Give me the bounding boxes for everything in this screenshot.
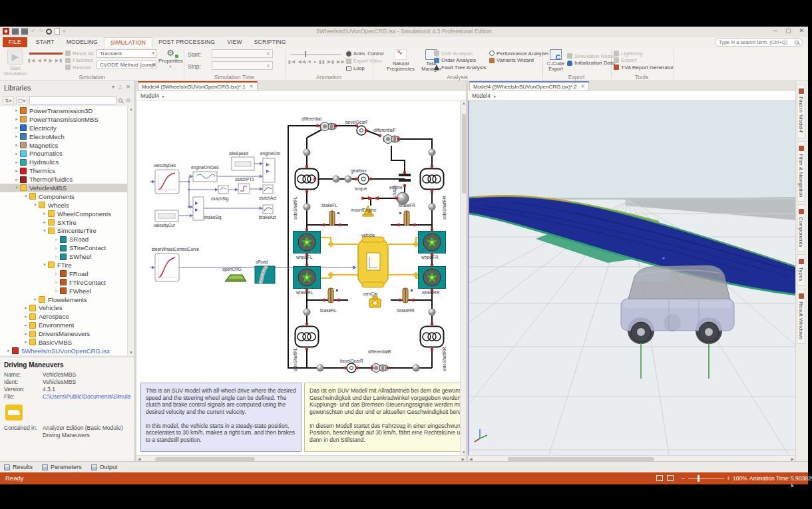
ribbon-small-item[interactable]: TVA Report Generator [614,64,674,71]
tree-row[interactable]: ▸ ElectroMech [0,132,128,141]
tree-row[interactable]: ▸ PowerTransmission3D [0,106,128,115]
stop-time-field[interactable]: s [212,61,273,70]
ribbon-small-item[interactable]: Loop [346,65,373,72]
find-icon[interactable] [118,98,122,102]
ribbon-small-item[interactable]: Anim. Control [346,50,373,57]
close-button[interactable]: ✕ [799,27,804,34]
tree-row[interactable]: ▾ VehiclesMBS [0,184,128,192]
ribbon-tab[interactable]: SIMULATION [104,37,152,47]
expander-icon[interactable]: ▹ [53,288,60,293]
expander-icon[interactable]: ▾ [32,202,39,208]
diagram-canvas[interactable]: differentialbevelGearFdifferentialFgearb… [136,100,460,455]
side-tab[interactable]: Find in 'Model4' [797,84,805,138]
expander-icon[interactable]: ▸ [13,168,20,174]
ribbon-tab[interactable]: POST PROCESSING [152,37,221,47]
expander-icon[interactable]: ▸ [23,305,29,311]
tree-row[interactable]: ▸ SXTire [0,218,128,227]
ribbon-tab[interactable]: FILE [3,37,27,47]
expander-icon[interactable]: ▸ [13,116,20,122]
tree-row[interactable]: ▸ Environment [0,321,128,329]
view3d-tab[interactable]: Model4 (5WheelsInSUVonOpenCRG.isx)*:2✕ [469,81,589,91]
tree-row[interactable]: ▹ SRoad [0,235,128,244]
zoom-slider-thumb[interactable] [698,475,700,482]
tree-scrollbar[interactable]: ▲▼ [127,106,134,355]
tree-row[interactable]: ▹ STireContact [0,244,128,252]
tree-row[interactable]: ▹ SWheel [0,252,128,261]
tree-row[interactable]: ▹ FRoad [0,269,128,278]
expander-icon[interactable]: ▹ [53,246,60,251]
expander-icon[interactable]: ▸ [13,142,20,148]
ribbon-tab[interactable]: VIEW [221,37,248,47]
ribbon-small-item[interactable]: Lightning [614,50,674,57]
ribbon-small-item[interactable]: Simulation Results [567,53,618,60]
expander-icon[interactable]: ▹ [53,279,60,285]
tree-row[interactable]: ▾ Wheels [0,201,128,210]
expander-icon[interactable]: ▸ [23,314,29,319]
expander-icon[interactable]: ▾ [41,262,48,267]
ribbon-small-item[interactable]: DoE Analysis [434,50,487,57]
expander-icon[interactable]: ▹ [53,271,60,276]
ribbon-tab[interactable]: SCRIPTING [248,37,292,47]
expander-icon[interactable]: ▸ [23,323,29,328]
side-tab[interactable]: Types [797,254,805,285]
breadcrumb[interactable]: Model4 [468,91,795,100]
tree-row[interactable]: ▸ Magnetics [0,141,128,150]
sim-transport-icons[interactable]: ▮◀ ◀ ■ ▶ ▶▮ [28,58,63,63]
library-search-input[interactable] [29,96,116,104]
tree-row[interactable]: ▸ Flowelements [0,295,128,304]
diagram-hscrollbar[interactable]: ◀▶ [136,455,466,461]
ribbon-small-item[interactable]: Reset All [65,50,94,57]
solver-method-dropdown[interactable]: CVODE Method (comple [97,61,156,69]
tree-row[interactable]: ▾ Components [0,192,128,201]
tree-row[interactable]: ▸ ThermoFluidics [0,175,128,184]
maximize-button[interactable]: ▢ [785,27,791,34]
bottom-tab[interactable]: Results [4,464,33,470]
expander-icon[interactable]: ▸ [13,108,20,113]
tree-row[interactable]: ▾ SimcenterTire [0,226,128,235]
expander-icon[interactable]: ▾ [13,185,20,190]
start-simulation-button[interactable]: ▶ Start Simulation [3,49,28,77]
zoom-in-icon[interactable]: + [727,475,730,482]
expander-icon[interactable]: ▸ [13,151,20,156]
side-tab[interactable]: Components [797,204,805,252]
expander-icon[interactable]: ▹ [53,237,60,242]
side-tab[interactable]: Filter & Navigation [797,141,805,202]
tree-row[interactable]: ▸ Electricity [0,124,128,132]
diagram-tab[interactable]: Model4 (5WheelsInSUVonOpenCRG.isx)*:1✕ [138,81,258,91]
natural-frequencies-button[interactable]: Natural Frequencies [383,49,418,72]
expander-icon[interactable]: ▸ [41,220,48,225]
bottom-tab[interactable]: Parameters [42,464,82,470]
ribbon-small-item[interactable]: Export Video [346,57,373,65]
ribbon-small-item[interactable]: Initialization Data [567,60,618,67]
pin-icon[interactable]: ⊥ [118,84,122,90]
side-tab[interactable]: Result Windows [797,289,805,344]
breadcrumb[interactable]: Model4 [136,91,466,100]
tree-row[interactable]: ▸ Thermics [0,166,128,175]
filter-dropdown[interactable]: ⇅▾ [3,96,14,104]
animation-transport-icons[interactable]: ▮◀ ◀◀ ■ ● ▮▮ ▶▮ ▶▶ [288,59,345,65]
solver-mode-dropdown[interactable]: Transient [97,49,156,58]
ribbon-small-item[interactable]: Fault Tree Analysis [434,64,487,71]
diagram-vscrollbar[interactable]: ▲▼ [460,100,466,455]
expander-icon[interactable]: ▸ [5,348,12,353]
tree-row[interactable]: ▸ Hydraulics [0,158,128,166]
view-dropdown[interactable]: ▢▾ [16,96,28,104]
expander-icon[interactable]: ▸ [13,160,20,165]
tree-row[interactable]: ▸ Vehicles [0,303,128,312]
layout-icon[interactable] [656,475,663,481]
ribbon-tab[interactable]: START [30,37,61,47]
ribbon-small-item[interactable]: Facilities [65,57,94,65]
expander-icon[interactable]: ▸ [23,331,29,337]
tree-row[interactable]: ▸ Aerospace [0,312,128,321]
tree-row[interactable]: ▸ PowerTransmissionMBS [0,115,128,124]
ribbon-tab[interactable]: MODELING [61,37,104,47]
expander-icon[interactable]: ▸ [13,177,20,182]
bottom-tab[interactable]: Output [91,464,118,470]
expander-icon[interactable]: ▹ [53,254,60,259]
ribbon-small-item[interactable]: Restore [65,64,94,71]
animation-slider[interactable] [290,54,341,55]
search-box[interactable] [715,38,803,47]
minimize-button[interactable]: ─ [773,27,777,34]
ribbon-small-item[interactable]: Order Analysis [434,57,487,65]
tree-row[interactable]: ▸ DriversManeuvers [0,329,128,338]
